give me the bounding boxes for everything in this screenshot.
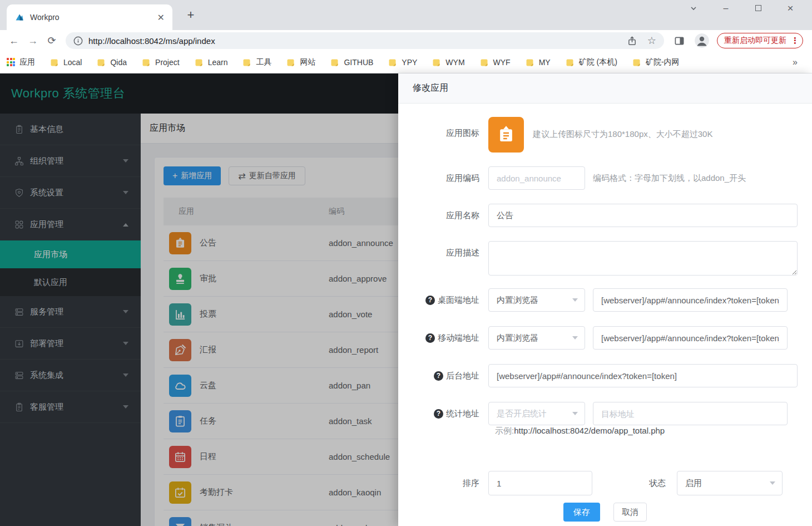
form-row-code: 应用编码 编码格式：字母加下划线，以addon_开头 [398,166,812,190]
address-bar[interactable]: http://localhost:8042/ms/app/index ☆ [66,32,664,49]
chevron-down-icon [572,412,578,415]
bookmark-folder[interactable]: WYF [480,58,511,67]
bookmark-folder[interactable]: GITHUB [330,58,373,67]
page: Workpro 系统管理台 基本信息 组织管理 系统设置 [0,73,812,526]
maximize-button[interactable] [742,3,774,13]
profile-avatar[interactable] [695,33,709,48]
drawer-title: 修改应用 [413,82,448,94]
code-format-hint: 编码格式：字母加下划线，以addon_开头 [593,173,746,184]
desktop-open-mode-select[interactable]: 内置浏览器 [488,288,585,312]
bookmark-apps[interactable]: 应用 [7,57,35,67]
bookmark-folder[interactable]: Learn [195,58,228,67]
icon-upload-hint: 建议上传图标尺寸为180*180px、大小不超过30K [533,129,712,140]
field-label: 应用图标 [398,117,488,139]
bookmarks-bar: 应用 Local Qida Project Learn 工具 网站 GITHUB… [0,51,812,73]
minimize-button[interactable]: – [710,3,742,13]
new-tab-button[interactable]: + [182,8,199,22]
share-icon[interactable] [627,36,637,46]
drawer-footer: 保存 取消 [398,499,812,526]
bookmark-folder[interactable]: 网站 [286,57,315,67]
field-label: ?桌面端地址 [398,295,488,306]
help-icon[interactable]: ? [425,333,435,343]
side-panel-icon[interactable] [674,36,685,46]
bookmark-star-icon[interactable]: ☆ [647,35,656,47]
bookmark-folder[interactable]: Project [142,58,180,67]
form-row-name: 应用名称 [398,204,812,227]
form-row-sort-status: 排序 状态 启用 [398,471,812,495]
form-row-stats-url: ?统计地址 是否开启统计 [398,402,812,425]
chevron-down-icon [770,481,775,485]
chevron-down-icon [572,298,578,302]
field-label: 状态 [649,478,677,489]
url-text[interactable]: http://localhost:8042/ms/app/index [88,36,215,46]
forward-button[interactable]: → [23,35,42,47]
bookmark-folder[interactable]: 工具 [242,57,271,67]
help-icon[interactable]: ? [434,371,443,381]
browser-titlebar: Workpro ✕ + – × [0,0,812,30]
field-label: ?统计地址 [398,409,488,419]
tab-search-chevron-icon[interactable] [677,4,710,12]
cancel-button[interactable]: 取消 [613,503,647,522]
app-description-textarea[interactable] [488,241,798,276]
drawer-body: 应用图标 建议上传图标尺寸为180*180px、大小不超过30K 应用编码 编码… [398,104,812,526]
browser-toolbar: ← → ⟳ http://localhost:8042/ms/app/index… [0,30,812,51]
help-icon[interactable]: ? [434,409,443,419]
form-row-backend-url: ?后台地址 [398,364,812,387]
field-label: 应用描述 [398,241,488,258]
mobile-open-mode-select[interactable]: 内置浏览器 [488,326,585,350]
browser-tab[interactable]: Workpro ✕ [7,4,172,30]
backend-url-input[interactable] [488,364,798,387]
bookmarks-overflow-chevron[interactable]: » [793,57,798,67]
browser-menu-icon[interactable]: ⋮ [791,36,799,46]
close-window-button[interactable]: × [774,2,806,14]
back-button[interactable]: ← [4,35,23,47]
relaunch-label: 重新启动即可更新 [724,36,786,46]
app-code-input[interactable] [488,166,585,190]
mobile-url-input[interactable] [593,326,788,350]
app-name-input[interactable] [488,204,798,227]
bookmark-folder[interactable]: MY [526,58,551,67]
refresh-button[interactable]: ⟳ [42,35,61,47]
stats-example-hint: 示例:http://localhost:8042/demo/app_total.… [495,426,812,437]
field-label: ?后台地址 [398,371,488,381]
status-select[interactable]: 启用 [677,471,783,495]
form-row-icon: 应用图标 建议上传图标尺寸为180*180px、大小不超过30K [398,117,812,153]
field-label: ?移动端地址 [398,333,488,343]
field-label: 应用编码 [398,173,488,184]
drawer-header: 修改应用 [398,73,812,104]
bookmark-folder[interactable]: Qida [97,58,127,67]
bookmark-folder[interactable]: Local [50,58,82,67]
bookmark-folder[interactable]: WYM [432,58,464,67]
form-row-mobile-url: ?移动端地址 内置浏览器 [398,326,812,350]
bookmark-folder[interactable]: 矿院-内网 [632,57,680,67]
help-icon[interactable]: ? [425,296,435,305]
field-label: 排序 [398,478,488,489]
edit-app-drawer: 修改应用 应用图标 建议上传图标尺寸为180*180px、大小不超过30K 应用… [398,73,812,526]
chevron-down-icon [572,336,578,340]
desktop-url-input[interactable] [593,288,788,312]
tab-title: Workpro [30,13,60,22]
favicon [14,12,24,22]
site-info-icon[interactable] [73,36,83,46]
sort-input[interactable] [488,471,592,495]
app-main-region: Workpro 系统管理台 基本信息 组织管理 系统设置 [0,73,398,526]
form-row-description: 应用描述 [398,241,812,276]
app-icon-upload[interactable] [488,117,524,153]
bookmark-folder[interactable]: YPY [388,58,417,67]
save-button[interactable]: 保存 [563,503,600,522]
stats-target-input[interactable] [593,402,788,425]
modal-mask[interactable] [0,73,398,526]
bookmark-folder[interactable]: 矿院 (本机) [566,57,617,67]
field-label: 应用名称 [398,210,488,221]
apps-grid-icon [7,58,15,66]
relaunch-to-update-button[interactable]: 重新启动即可更新 ⋮ [717,33,803,48]
stats-enable-select[interactable]: 是否开启统计 [488,402,585,425]
tab-close-icon[interactable]: ✕ [157,12,165,23]
form-row-desktop-url: ?桌面端地址 内置浏览器 [398,288,812,312]
